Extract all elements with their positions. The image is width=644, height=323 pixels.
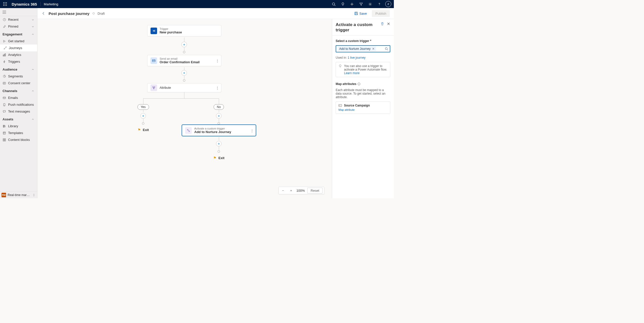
lookup-chip[interactable]: Add to Nurture Journey ✕ xyxy=(338,47,376,51)
chip-text: Add to Nurture Journey xyxy=(339,47,371,51)
add-icon[interactable] xyxy=(347,0,356,8)
nav-consent[interactable]: Consent center xyxy=(0,80,37,87)
add-step-button[interactable]: + xyxy=(181,42,187,47)
node-attribute[interactable]: Attribute ⋮ xyxy=(147,83,221,92)
help-icon[interactable] xyxy=(375,0,384,8)
app-launcher-icon[interactable] xyxy=(1,0,9,8)
nav-library[interactable]: Library xyxy=(0,123,37,130)
node-name: Add to Nurture Journey xyxy=(194,130,231,134)
analytics-icon xyxy=(3,53,6,57)
nav-text[interactable]: Text messages xyxy=(0,108,37,115)
svg-rect-24 xyxy=(5,54,6,56)
nav-push[interactable]: Push notifications xyxy=(0,101,37,108)
used-in-link[interactable]: 1 live journey xyxy=(348,56,366,59)
area-switcher[interactable]: RM Real-time marketi... xyxy=(0,191,37,198)
node-trigger[interactable]: Trigger New purchase xyxy=(147,25,221,36)
flag-icon: ⚑ xyxy=(213,156,217,160)
add-step-button[interactable]: + xyxy=(140,113,146,119)
svg-point-45 xyxy=(153,88,154,89)
group-label: Audience xyxy=(3,68,29,71)
used-prefix: Used in: xyxy=(336,56,348,59)
search-icon[interactable] xyxy=(329,0,338,8)
add-step-button[interactable]: + xyxy=(216,113,222,119)
push-icon xyxy=(3,103,6,106)
svg-point-47 xyxy=(189,131,189,132)
chevron-down-icon xyxy=(31,25,35,28)
zoom-in-button[interactable]: + xyxy=(288,189,294,192)
chevron-down-icon xyxy=(31,18,35,21)
nav-group-assets[interactable]: Assets xyxy=(0,116,37,123)
svg-rect-0 xyxy=(3,2,4,3)
svg-rect-31 xyxy=(4,125,5,127)
lookup-search-icon[interactable] xyxy=(385,47,388,51)
nav-content-blocks[interactable]: Content blocks xyxy=(0,136,37,143)
avatar-initial: # xyxy=(388,3,389,6)
map-attribute-link[interactable]: Map attribute xyxy=(338,108,355,111)
back-button[interactable] xyxy=(41,11,46,15)
hamburger-icon[interactable] xyxy=(0,8,37,16)
pill-label: Yes xyxy=(141,105,146,109)
journey-icon xyxy=(3,46,7,50)
nav-templates[interactable]: Templates xyxy=(0,130,37,136)
nav-segments[interactable]: Segments xyxy=(0,73,37,80)
svg-rect-35 xyxy=(3,139,4,140)
node-more-icon[interactable]: ⋮ xyxy=(216,59,219,62)
nav-label: Recent xyxy=(8,18,29,21)
nav-label: Library xyxy=(8,124,35,128)
chevrons-icon xyxy=(32,193,36,197)
node-email[interactable]: Send an email Order Confirmation Email ⋮ xyxy=(147,55,221,66)
zoom-level: 100% xyxy=(296,189,305,192)
journey-canvas[interactable]: Trigger New purchase + Send an email Ord… xyxy=(37,19,332,198)
text-field-icon xyxy=(338,104,342,107)
nav-label: Emails xyxy=(8,96,35,100)
nav-recent[interactable]: Recent xyxy=(0,16,37,23)
chip-clear-icon[interactable]: ✕ xyxy=(372,47,375,51)
nav-emails[interactable]: Emails xyxy=(0,94,37,101)
learn-more-link[interactable]: Learn more xyxy=(344,71,359,75)
mail-icon xyxy=(151,57,157,64)
node-more-icon[interactable]: ⋮ xyxy=(216,86,219,90)
used-in-text: Used in: 1 live journey xyxy=(336,56,390,59)
clock-icon xyxy=(3,18,6,21)
nav-label: Consent center xyxy=(8,81,35,85)
add-step-button[interactable]: + xyxy=(181,70,187,76)
node-name: New purchase xyxy=(160,30,182,34)
trigger-icon xyxy=(151,28,157,34)
close-icon[interactable] xyxy=(387,22,390,33)
info-icon[interactable] xyxy=(357,82,360,85)
attribute-card[interactable]: Source Campaign Map attribute xyxy=(336,101,390,114)
nav-group-engagement[interactable]: Engagement xyxy=(0,31,37,38)
save-button[interactable]: Save xyxy=(352,11,369,16)
gear-icon[interactable] xyxy=(366,0,375,8)
filter-icon[interactable] xyxy=(356,0,366,8)
nav-group-audience[interactable]: Audience xyxy=(0,66,37,73)
svg-rect-3 xyxy=(3,4,4,5)
zoom-out-button[interactable]: − xyxy=(280,189,286,192)
nav-triggers[interactable]: Triggers xyxy=(0,58,37,65)
user-avatar[interactable]: # xyxy=(385,1,391,7)
nav-label: Triggers xyxy=(8,60,35,63)
delete-icon[interactable] xyxy=(380,22,384,33)
product-name[interactable]: Dynamics 365 xyxy=(9,2,39,6)
lightbulb-icon[interactable] xyxy=(338,0,347,8)
map-desc: Each attribute must be mapped to a data … xyxy=(336,88,390,99)
node-activate-trigger[interactable]: Activate a custom trigger Add to Nurture… xyxy=(182,125,256,136)
add-step-button[interactable]: + xyxy=(216,141,222,146)
nav-analytics[interactable]: Analytics xyxy=(0,51,37,58)
app-area-label[interactable]: Marketing xyxy=(42,2,60,6)
nav-group-channels[interactable]: Channels xyxy=(0,88,37,94)
trigger-lookup[interactable]: Add to Nurture Journey ✕ xyxy=(336,45,390,52)
nav-get-started[interactable]: Get started xyxy=(0,38,37,45)
status-dot-icon xyxy=(93,12,95,14)
svg-point-14 xyxy=(370,4,371,5)
group-label: Assets xyxy=(3,117,29,121)
branch-no-pill[interactable]: No xyxy=(213,104,224,110)
branch-yes-pill[interactable]: Yes xyxy=(137,104,149,110)
nav-pinned[interactable]: Pinned xyxy=(0,23,37,30)
nav-journeys[interactable]: Journeys xyxy=(0,45,37,51)
svg-line-51 xyxy=(387,49,388,50)
nav-label: Templates xyxy=(8,131,35,135)
node-more-icon[interactable]: ⋮ xyxy=(250,128,254,132)
zoom-reset-button[interactable]: Reset xyxy=(307,188,323,193)
library-icon xyxy=(3,124,6,128)
